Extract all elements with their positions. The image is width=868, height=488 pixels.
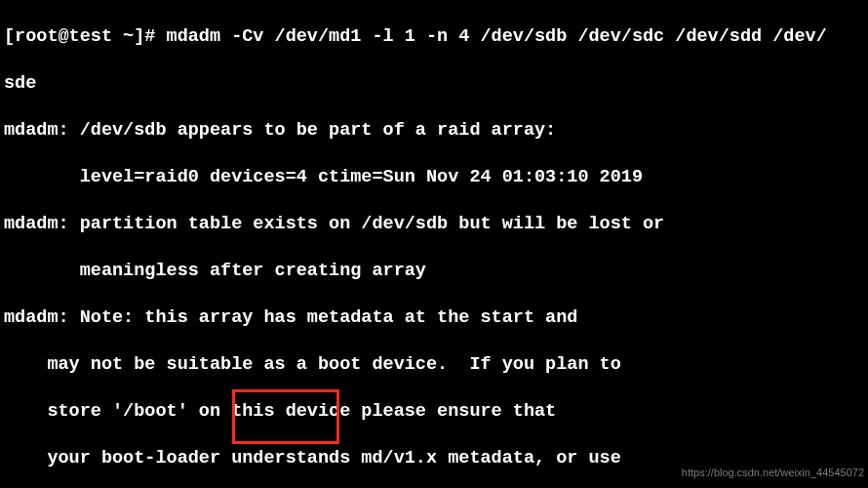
output-line: mdadm: Note: this array has metadata at … — [4, 306, 864, 330]
output-line: [root@test ~]# mdadm -Cv /dev/md1 -l 1 -… — [4, 25, 864, 49]
terminal-output[interactable]: [root@test ~]# mdadm -Cv /dev/md1 -l 1 -… — [0, 0, 868, 488]
watermark-text: https://blog.csdn.net/weixin_44545072 — [682, 461, 864, 484]
output-line: level=raid0 devices=4 ctime=Sun Nov 24 0… — [4, 166, 864, 189]
output-line: mdadm: partition table exists on /dev/sd… — [4, 213, 864, 236]
output-line: store '/boot' on this device please ensu… — [4, 400, 864, 424]
output-line: sde — [4, 72, 864, 96]
output-line: meaningless after creating array — [4, 260, 864, 283]
output-line: may not be suitable as a boot device. If… — [4, 353, 864, 377]
output-line: mdadm: /dev/sdb appears to be part of a … — [4, 119, 864, 142]
